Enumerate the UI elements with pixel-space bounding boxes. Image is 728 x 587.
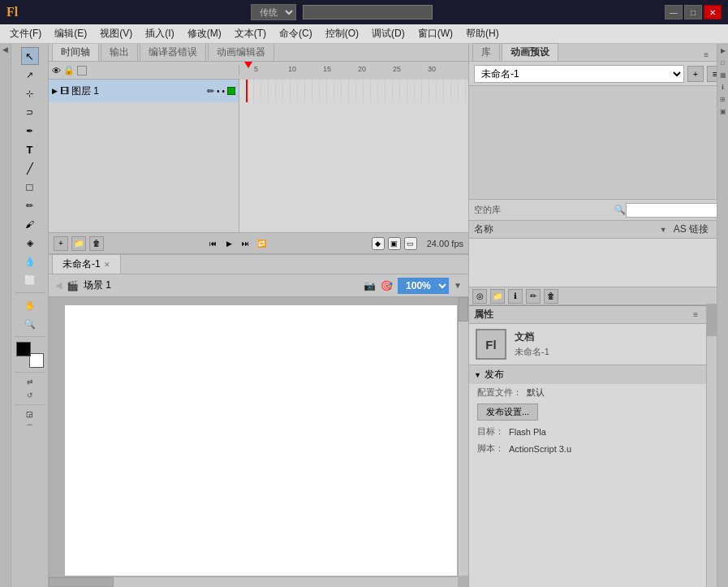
- props-panel-menu[interactable]: ≡: [693, 310, 698, 319]
- next-frame-btn[interactable]: ⏭: [239, 237, 252, 250]
- panel-strip-icon1[interactable]: ▶: [721, 47, 726, 54]
- left-collapse-strip[interactable]: ◀: [0, 44, 11, 587]
- brush-tool[interactable]: 🖌: [21, 215, 39, 233]
- library-search-input[interactable]: [626, 203, 723, 218]
- props-scroll-thumb[interactable]: [707, 304, 717, 336]
- menu-debug[interactable]: 调试(D): [365, 25, 411, 42]
- menu-view[interactable]: 视图(V): [93, 25, 139, 42]
- delete-frame-btn[interactable]: ▭: [404, 237, 417, 250]
- document-tab[interactable]: 未命名-1 ✕: [52, 255, 121, 274]
- rect-tool[interactable]: □: [21, 178, 39, 196]
- tab-animation-preset[interactable]: 动画预设: [502, 43, 558, 61]
- smooth-btn[interactable]: ⌒: [21, 421, 39, 434]
- layer-eye-btn[interactable]: •: [217, 87, 220, 96]
- scene-label[interactable]: 场景 1: [84, 278, 111, 292]
- tab-library[interactable]: 库: [472, 43, 500, 61]
- canvas-white[interactable]: [65, 305, 457, 576]
- tab-compiler-errors[interactable]: 编译器错误: [140, 44, 206, 61]
- workspace-select[interactable]: 传统: [251, 4, 296, 20]
- menu-text[interactable]: 文本(T): [228, 25, 273, 42]
- frames-area[interactable]: [239, 80, 468, 232]
- tab-motion-editor[interactable]: 动画编辑器: [208, 44, 274, 61]
- eyedropper-tool[interactable]: 💧: [21, 252, 39, 270]
- insert-keyframe-btn[interactable]: ◆: [372, 237, 385, 250]
- add-layer-btn[interactable]: +: [54, 236, 68, 251]
- subselect-tool[interactable]: ↗: [21, 66, 39, 84]
- default-colors-btn[interactable]: ↺: [21, 389, 39, 402]
- panel-strip-icon3[interactable]: ▦: [720, 71, 726, 79]
- menu-control[interactable]: 控制(O): [319, 25, 365, 42]
- lib-delete-btn[interactable]: 🗑: [544, 289, 558, 304]
- hand-tool[interactable]: ✋: [21, 296, 39, 314]
- vertical-scrollbar[interactable]: [458, 297, 468, 576]
- props-tab-label[interactable]: 属性: [474, 308, 493, 322]
- text-tool[interactable]: T: [21, 140, 39, 158]
- swap-colors-btn[interactable]: ⇄: [21, 375, 39, 388]
- layer-name-text[interactable]: 图层 1: [71, 84, 205, 98]
- layer-pencil-icon[interactable]: ✏: [207, 86, 214, 97]
- panel-strip-icon5[interactable]: ⊞: [720, 96, 726, 103]
- play-btn[interactable]: ▶: [223, 237, 236, 250]
- tab-timeline[interactable]: 时间轴: [52, 44, 99, 61]
- lasso-tool[interactable]: ⊃: [21, 103, 39, 121]
- fill-color[interactable]: [16, 342, 31, 356]
- layer-row[interactable]: ▶ 🎞 图层 1 ✏ • •: [49, 80, 239, 102]
- snap-to-btn[interactable]: ◲: [21, 408, 39, 421]
- left-strip-arrow[interactable]: ◀: [2, 45, 8, 54]
- maximize-button[interactable]: □: [684, 5, 702, 19]
- lib-info-btn[interactable]: ℹ: [508, 289, 523, 304]
- hscroll-thumb[interactable]: [49, 577, 114, 587]
- publish-settings-btn[interactable]: 发布设置...: [477, 404, 538, 421]
- menu-command[interactable]: 命令(C): [273, 25, 319, 42]
- menu-modify[interactable]: 修改(M): [181, 25, 228, 42]
- menu-edit[interactable]: 编辑(E): [48, 25, 93, 42]
- loop-btn[interactable]: 🔁: [256, 237, 269, 250]
- zoom-select[interactable]: 100% 50% 25% 200%: [398, 278, 449, 294]
- prev-frame-btn[interactable]: ⏮: [207, 237, 220, 250]
- tab-close-icon[interactable]: ✕: [104, 261, 110, 269]
- add-folder-btn[interactable]: 📁: [71, 236, 86, 251]
- paint-bucket-tool[interactable]: ◈: [21, 234, 39, 252]
- line-tool[interactable]: ╱: [21, 159, 39, 177]
- document-selector[interactable]: 未命名-1: [474, 65, 684, 83]
- tab-output[interactable]: 输出: [101, 44, 138, 61]
- arrow-tool[interactable]: ↖: [21, 47, 39, 65]
- layer-lock-btn[interactable]: •: [222, 87, 225, 96]
- panel-strip-icon4[interactable]: ℹ: [722, 84, 724, 91]
- motion-icon[interactable]: 🎯: [381, 280, 393, 291]
- delete-layer-btn[interactable]: 🗑: [89, 236, 104, 251]
- panel-strip-icon6[interactable]: ▣: [720, 108, 726, 115]
- stroke-color[interactable]: [29, 353, 44, 368]
- minimize-button[interactable]: —: [665, 5, 683, 19]
- lib-folder-btn[interactable]: 📁: [490, 289, 505, 304]
- lock-icon[interactable]: 🔒: [63, 65, 75, 76]
- menu-file[interactable]: 文件(F): [3, 25, 48, 42]
- pencil-tool[interactable]: ✏: [21, 196, 39, 214]
- horizontal-scrollbar[interactable]: [49, 576, 458, 587]
- publish-section-header[interactable]: ▼ 发布: [469, 365, 728, 384]
- close-button[interactable]: ✕: [704, 5, 722, 19]
- panel-strip-icon2[interactable]: □: [721, 59, 725, 67]
- props-scrollbar[interactable]: [706, 304, 717, 587]
- new-lib-btn[interactable]: +: [687, 66, 704, 82]
- pen-tool[interactable]: ✒: [21, 122, 39, 140]
- lib-panel-menu[interactable]: ≡: [702, 49, 710, 61]
- lib-new-symbol-btn[interactable]: ◎: [472, 289, 487, 304]
- menu-help[interactable]: 帮助(H): [459, 25, 506, 42]
- transform3d-tool[interactable]: ⊹: [21, 84, 39, 102]
- eye-icon[interactable]: 👁: [52, 66, 61, 76]
- lib-edit-btn[interactable]: ✏: [526, 289, 541, 304]
- outline-icon[interactable]: [77, 66, 87, 76]
- layer-expand-icon[interactable]: ▶: [52, 87, 58, 95]
- insert-frame-btn[interactable]: ▣: [388, 237, 401, 250]
- camera-icon[interactable]: 📷: [364, 280, 376, 291]
- menu-window[interactable]: 窗口(W): [411, 25, 459, 42]
- eraser-tool[interactable]: ⬜: [21, 271, 39, 289]
- zoom-dropdown-arrow[interactable]: ▼: [454, 281, 462, 290]
- menu-insert[interactable]: 插入(I): [139, 25, 180, 42]
- col-dropdown[interactable]: ▼: [660, 226, 667, 234]
- zoom-tool[interactable]: 🔍: [21, 315, 39, 333]
- search-input[interactable]: [303, 5, 433, 19]
- vscroll-thumb[interactable]: [459, 297, 468, 322]
- back-nav-btn[interactable]: ◀: [55, 280, 62, 291]
